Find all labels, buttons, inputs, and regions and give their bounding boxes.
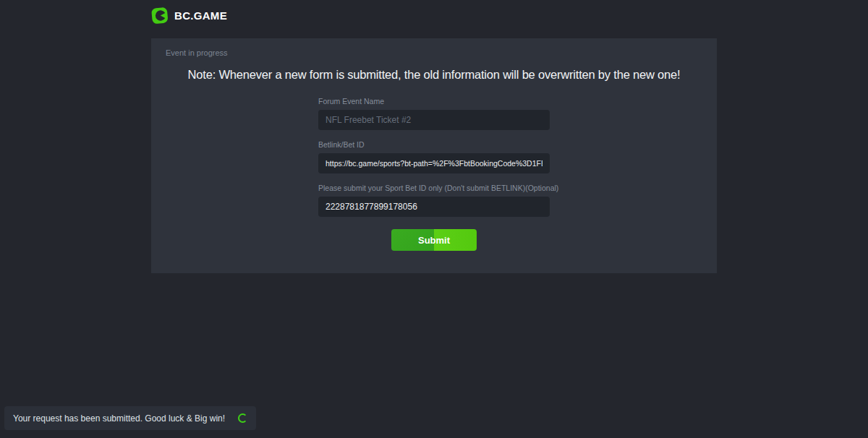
note-text: Note: Whenever a new form is submitted, … xyxy=(166,68,702,82)
toast-message: Your request has been submitted. Good lu… xyxy=(13,413,225,424)
header: BC.GAME xyxy=(0,0,868,30)
field-betlink-bet-id: Betlink/Bet ID xyxy=(318,140,550,173)
toast: Your request has been submitted. Good lu… xyxy=(4,406,256,430)
field-forum-event-name: Forum Event Name xyxy=(318,97,550,130)
brand-name: BC.GAME xyxy=(174,9,227,22)
betlink-bet-id-label: Betlink/Bet ID xyxy=(318,140,550,149)
loading-spinner-icon xyxy=(238,413,247,423)
event-form-card: Event in progress Note: Whenever a new f… xyxy=(151,38,717,273)
brand-logo[interactable]: BC.GAME xyxy=(151,7,227,25)
header-inner: BC.GAME xyxy=(151,7,717,25)
forum-event-name-input[interactable] xyxy=(318,110,550,130)
page: BC.GAME Event in progress Note: Whenever… xyxy=(0,0,868,438)
forum-event-name-label: Forum Event Name xyxy=(318,97,550,106)
event-form: Forum Event Name Betlink/Bet ID Please s… xyxy=(318,97,550,251)
betlink-bet-id-input[interactable] xyxy=(318,153,550,173)
sport-bet-id-label: Please submit your Sport Bet ID only (Do… xyxy=(318,184,550,192)
submit-button[interactable]: Submit xyxy=(391,229,477,251)
event-status-text: Event in progress xyxy=(166,48,702,57)
bcgame-logo-icon xyxy=(151,7,169,25)
field-sport-bet-id: Please submit your Sport Bet ID only (Do… xyxy=(318,184,550,217)
main-content: Event in progress Note: Whenever a new f… xyxy=(0,38,868,273)
sport-bet-id-input[interactable] xyxy=(318,197,550,217)
